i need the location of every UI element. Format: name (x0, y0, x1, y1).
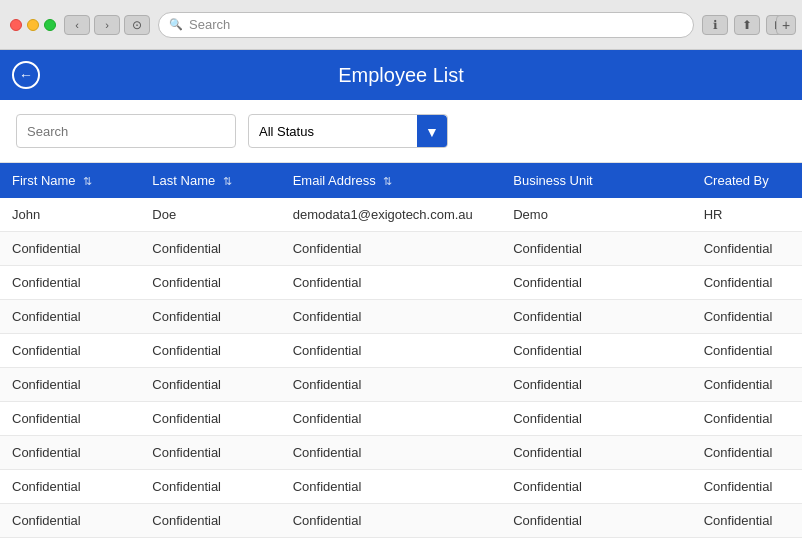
cell-last_name: Confidential (140, 368, 280, 402)
cell-email: Confidential (281, 334, 502, 368)
table-row[interactable]: ConfidentialConfidentialConfidentialConf… (0, 436, 802, 470)
cell-email: Confidential (281, 436, 502, 470)
home-nav-button[interactable]: ⊙ (124, 15, 150, 35)
cell-first_name: Confidential (0, 300, 140, 334)
minimize-button[interactable] (27, 19, 39, 31)
col-header-first-name[interactable]: First Name ⇅ (0, 163, 140, 198)
cell-business_unit: Confidential (501, 504, 691, 538)
table-row[interactable]: ConfidentialConfidentialConfidentialConf… (0, 470, 802, 504)
cell-last_name: Confidential (140, 300, 280, 334)
cell-business_unit: Confidential (501, 470, 691, 504)
cell-email: Confidential (281, 232, 502, 266)
table-body: JohnDoedemodata1@exigotech.com.auDemoHRC… (0, 198, 802, 542)
cell-last_name: Confidential (140, 504, 280, 538)
cell-created_by: Confidential (692, 470, 802, 504)
cell-first_name: Confidential (0, 232, 140, 266)
cell-business_unit: Confidential (501, 538, 691, 543)
table-row[interactable]: JohnDoedemodata1@exigotech.com.auDemoHR (0, 198, 802, 232)
cell-first_name: Confidential (0, 368, 140, 402)
cell-business_unit: Confidential (501, 232, 691, 266)
table-row[interactable]: ConfidentialConfidentialConfidentialConf… (0, 266, 802, 300)
status-dropdown[interactable]: All Status ▼ (248, 114, 448, 148)
cell-email: Confidential (281, 402, 502, 436)
cell-last_name: Confidential (140, 470, 280, 504)
table-row[interactable]: ConfidentialConfidentialConfidentialConf… (0, 402, 802, 436)
cell-last_name: Confidential (140, 538, 280, 543)
search-input[interactable] (16, 114, 236, 148)
cell-email: Confidential (281, 538, 502, 543)
cell-last_name: Confidential (140, 402, 280, 436)
browser-chrome: ‹ › ⊙ 🔍 Search ℹ ⬆ ⊡ + (0, 0, 802, 50)
cell-business_unit: Confidential (501, 334, 691, 368)
col-header-email[interactable]: Email Address ⇅ (281, 163, 502, 198)
table-row[interactable]: ConfidentialConfidentialConfidentialConf… (0, 232, 802, 266)
address-bar-text: Search (189, 17, 230, 32)
cell-created_by: Confidential (692, 402, 802, 436)
app-header: ← Employee List (0, 50, 802, 100)
col-header-created-by: Created By (692, 163, 802, 198)
table-row[interactable]: ConfidentialConfidentialConfidentialConf… (0, 368, 802, 402)
cell-first_name: Confidential (0, 470, 140, 504)
cell-first_name: Confidential (0, 334, 140, 368)
search-icon: 🔍 (169, 18, 183, 31)
cell-last_name: Confidential (140, 334, 280, 368)
new-tab-button[interactable]: + (776, 15, 796, 35)
cell-email: Confidential (281, 266, 502, 300)
cell-first_name: Confidential (0, 504, 140, 538)
employee-table: First Name ⇅ Last Name ⇅ Email Address ⇅… (0, 163, 802, 542)
cell-email: Confidential (281, 368, 502, 402)
cell-created_by: Confidential (692, 266, 802, 300)
cell-email: Confidential (281, 470, 502, 504)
cell-last_name: Confidential (140, 266, 280, 300)
cell-last_name: Confidential (140, 436, 280, 470)
back-button[interactable]: ← (12, 61, 40, 89)
info-button[interactable]: ℹ (702, 15, 728, 35)
cell-business_unit: Confidential (501, 402, 691, 436)
cell-created_by: Confidential (692, 504, 802, 538)
cell-email: Confidential (281, 504, 502, 538)
cell-first_name: Confidential (0, 538, 140, 543)
back-nav-button[interactable]: ‹ (64, 15, 90, 35)
cell-created_by: Confidential (692, 232, 802, 266)
cell-first_name: John (0, 198, 140, 232)
cell-created_by: HR (692, 198, 802, 232)
table-row[interactable]: ConfidentialConfidentialConfidentialConf… (0, 300, 802, 334)
cell-created_by: Confidential (692, 538, 802, 543)
back-icon: ← (19, 67, 33, 83)
cell-first_name: Confidential (0, 402, 140, 436)
close-button[interactable] (10, 19, 22, 31)
maximize-button[interactable] (44, 19, 56, 31)
toolbar: All Status ▼ (0, 100, 802, 163)
col-header-business-unit: Business Unit (501, 163, 691, 198)
share-button[interactable]: ⬆ (734, 15, 760, 35)
cell-last_name: Confidential (140, 232, 280, 266)
table-row[interactable]: ConfidentialConfidentialConfidentialConf… (0, 504, 802, 538)
cell-email: Confidential (281, 300, 502, 334)
address-bar[interactable]: 🔍 Search (158, 12, 694, 38)
sort-email-icon: ⇅ (383, 175, 392, 187)
cell-created_by: Confidential (692, 436, 802, 470)
cell-business_unit: Confidential (501, 368, 691, 402)
forward-nav-button[interactable]: › (94, 15, 120, 35)
cell-business_unit: Demo (501, 198, 691, 232)
cell-business_unit: Confidential (501, 436, 691, 470)
cell-business_unit: Confidential (501, 266, 691, 300)
dropdown-arrow-icon: ▼ (417, 115, 447, 148)
table-row[interactable]: ConfidentialConfidentialConfidentialConf… (0, 334, 802, 368)
sort-last-name-icon: ⇅ (223, 175, 232, 187)
sort-first-name-icon: ⇅ (83, 175, 92, 187)
page-title: Employee List (338, 64, 464, 87)
cell-first_name: Confidential (0, 266, 140, 300)
table-header-row: First Name ⇅ Last Name ⇅ Email Address ⇅… (0, 163, 802, 198)
traffic-lights (10, 19, 56, 31)
cell-business_unit: Confidential (501, 300, 691, 334)
table-container: First Name ⇅ Last Name ⇅ Email Address ⇅… (0, 163, 802, 542)
nav-buttons: ‹ › ⊙ (64, 15, 150, 35)
col-header-last-name[interactable]: Last Name ⇅ (140, 163, 280, 198)
cell-first_name: Confidential (0, 436, 140, 470)
cell-last_name: Doe (140, 198, 280, 232)
table-row[interactable]: ConfidentialConfidentialConfidentialConf… (0, 538, 802, 543)
status-label: All Status (259, 124, 314, 139)
cell-created_by: Confidential (692, 300, 802, 334)
cell-email: demodata1@exigotech.com.au (281, 198, 502, 232)
